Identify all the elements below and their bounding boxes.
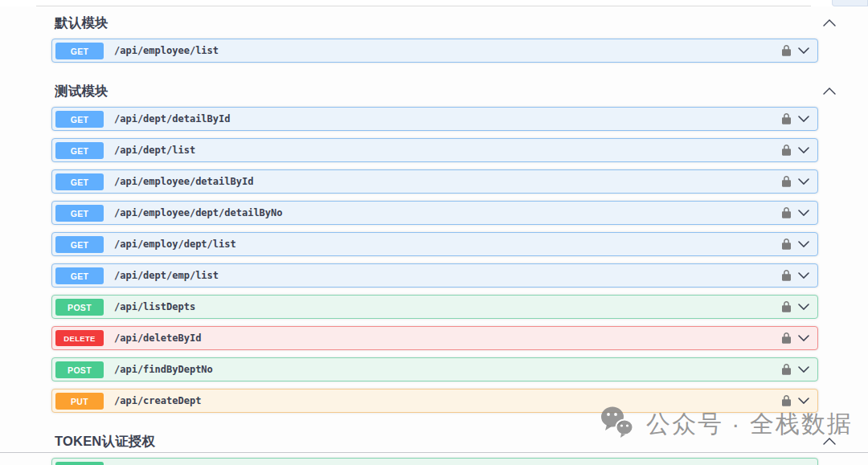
section-rows: GET /api/employee/list [51, 39, 818, 63]
chevron-down-icon [798, 44, 809, 56]
lock-icon [782, 240, 791, 252]
row-icons [782, 270, 809, 281]
expand-endpoint-button[interactable] [798, 210, 809, 216]
endpoint-row[interactable]: GET /api/employee/list [51, 39, 818, 63]
chevron-down-icon [798, 269, 809, 281]
lock-icon [782, 365, 791, 377]
endpoint-path: /api/listDepts [114, 301, 782, 312]
chevron-down-icon [798, 300, 809, 312]
row-icons [782, 113, 809, 124]
chevron-down-icon [798, 112, 809, 124]
endpoint-path: /api/createDept [114, 395, 782, 406]
method-badge: GET [55, 111, 104, 128]
expand-endpoint-button[interactable] [798, 241, 809, 247]
section-header: TOKEN认证授权 [0, 420, 868, 453]
method-badge: GET [55, 205, 104, 222]
endpoint-row[interactable]: GET /api/dept/emp/list [51, 263, 818, 288]
chevron-down-icon [798, 332, 809, 344]
method-badge: GET [55, 173, 104, 190]
lock-icon [782, 397, 791, 409]
endpoint-row[interactable]: DELETE /api/deleteById [51, 326, 818, 350]
lock-icon [782, 146, 791, 158]
auth-lock-button[interactable] [782, 301, 791, 312]
collapse-section-button[interactable] [821, 436, 837, 447]
endpoint-row[interactable]: POST /api/listDepts [51, 295, 818, 319]
expand-endpoint-button[interactable] [798, 47, 809, 54]
endpoint-row[interactable]: GET /api/employee/dept/detailByNo [51, 201, 818, 225]
auth-lock-button[interactable] [782, 207, 791, 218]
method-badge: GET [55, 267, 104, 284]
endpoint-path: /api/employ/dept/list [114, 239, 782, 250]
api-section: 测试模块 GET /api/dept/detailById [0, 70, 868, 413]
chevron-down-icon [798, 206, 809, 218]
api-section: 默认模块 GET /api/employee/list [0, 6, 868, 63]
endpoint-row[interactable]: POST /token/generate [51, 458, 818, 465]
expand-endpoint-button[interactable] [798, 335, 809, 341]
row-icons [782, 364, 809, 375]
expand-endpoint-button[interactable] [798, 304, 809, 310]
lock-icon [782, 115, 791, 127]
method-badge: POST [55, 361, 104, 378]
auth-lock-button[interactable] [782, 332, 791, 344]
section-title[interactable]: 测试模块 [55, 81, 821, 100]
chevron-down-icon [798, 394, 809, 406]
section-title[interactable]: 默认模块 [55, 13, 821, 32]
row-icons [782, 145, 809, 156]
method-badge: PUT [55, 393, 104, 410]
expand-endpoint-button[interactable] [798, 147, 809, 153]
auth-lock-button[interactable] [782, 395, 791, 406]
endpoint-path: /api/employee/list [114, 45, 782, 56]
endpoint-row[interactable]: GET /api/dept/list [51, 138, 818, 162]
api-doc: 默认模块 GET /api/employee/list [0, 6, 868, 465]
section-header: 默认模块 [0, 6, 868, 39]
auth-lock-button[interactable] [782, 239, 791, 250]
endpoint-path: /api/dept/emp/list [114, 270, 782, 281]
chevron-up-icon [823, 435, 836, 447]
auth-lock-button[interactable] [782, 364, 791, 375]
chevron-down-icon [798, 175, 809, 187]
auth-lock-button[interactable] [782, 145, 791, 156]
expand-endpoint-button[interactable] [798, 272, 809, 279]
chevron-down-icon [798, 363, 809, 375]
endpoint-path: /api/dept/detailById [114, 113, 782, 124]
endpoint-row[interactable]: PUT /api/createDept [51, 389, 818, 413]
section-rows: POST /token/generate [51, 458, 818, 465]
endpoint-path: /api/employee/dept/detailByNo [114, 207, 782, 218]
lock-icon [782, 303, 791, 315]
lock-icon [782, 47, 791, 59]
row-icons [782, 176, 809, 187]
method-badge: POST [55, 462, 104, 465]
auth-lock-button[interactable] [782, 270, 791, 281]
chevron-up-icon [823, 85, 836, 97]
lock-icon [782, 177, 791, 190]
method-badge: GET [55, 236, 104, 253]
endpoint-path: /api/dept/list [114, 145, 782, 156]
endpoint-path: /api/employee/detailById [114, 176, 782, 187]
expand-endpoint-button[interactable] [798, 366, 809, 373]
endpoint-row[interactable]: POST /api/findByDeptNo [51, 357, 818, 381]
row-icons [782, 395, 809, 406]
auth-lock-button[interactable] [782, 176, 791, 187]
chevron-down-icon [798, 238, 809, 250]
collapse-section-button[interactable] [821, 86, 837, 96]
row-icons [782, 332, 809, 344]
section-rows: GET /api/dept/detailById GET /api/dept/l… [51, 107, 818, 413]
auth-lock-button[interactable] [782, 113, 791, 124]
expand-endpoint-button[interactable] [798, 116, 809, 122]
endpoint-row[interactable]: GET /api/employ/dept/list [51, 232, 818, 256]
auth-lock-button[interactable] [782, 45, 791, 56]
top-cutoff-panel-corner [832, 0, 868, 6]
row-icons [782, 239, 809, 250]
method-badge: GET [55, 142, 104, 159]
endpoint-row[interactable]: GET /api/employee/detailById [51, 169, 818, 194]
lock-icon [782, 271, 791, 283]
section-title[interactable]: TOKEN认证授权 [55, 431, 821, 451]
collapse-section-button[interactable] [821, 18, 837, 28]
method-badge: POST [55, 299, 104, 316]
expand-endpoint-button[interactable] [798, 178, 809, 185]
api-section: TOKEN认证授权 POST /token/generate [0, 420, 868, 465]
endpoint-row[interactable]: GET /api/dept/detailById [51, 107, 818, 131]
expand-endpoint-button[interactable] [798, 398, 809, 404]
section-header: 测试模块 [0, 70, 868, 107]
chevron-up-icon [823, 17, 836, 29]
